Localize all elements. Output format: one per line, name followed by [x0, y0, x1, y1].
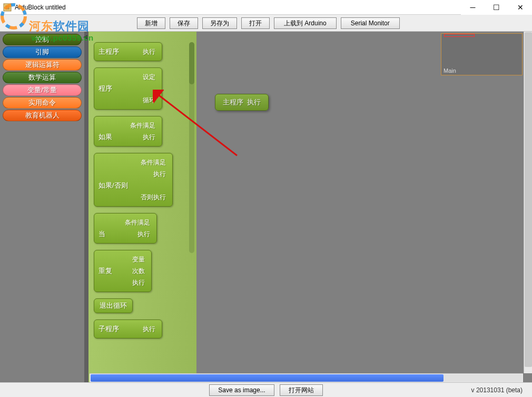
block-label: 重复 — [98, 266, 112, 276]
block-slot-label: 否则执行 — [141, 193, 168, 202]
canvas-vertical-scrollbar[interactable] — [524, 32, 532, 373]
version-label: v 20131031 (beta) — [471, 386, 523, 394]
main-area: 控制引脚逻辑运算符数学运算变量/常量实用命令教育机器人 主程序执行 设定 程序 … — [0, 32, 532, 382]
palette-scroll-thumb[interactable] — [189, 42, 194, 84]
minimap[interactable]: Main — [441, 33, 523, 75]
block-slot-label: 变量 — [132, 255, 147, 264]
status-bar: Save as image... 打开网站 v 20131031 (beta) — [0, 382, 532, 397]
category-button-0[interactable]: 控制 — [3, 34, 82, 45]
category-button-4[interactable]: 变量/常量 — [3, 84, 82, 96]
block-if[interactable]: 条件满足 如果执行 — [94, 116, 162, 147]
sidebar-divider[interactable] — [84, 32, 88, 382]
block-slot-label: 次数 — [132, 267, 147, 276]
minimap-label: Main — [444, 67, 456, 74]
block-slot-label: 执行 — [143, 47, 157, 56]
category-button-2[interactable]: 逻辑运算符 — [3, 59, 82, 71]
svg-line-4 — [157, 94, 237, 156]
open-button[interactable]: 打开 — [241, 17, 270, 29]
block-slot-label: 执行 — [137, 230, 152, 239]
category-sidebar: 控制引脚逻辑运算符数学运算变量/常量实用命令教育机器人 — [0, 32, 84, 382]
window-controls: ─ ☐ ✕ — [461, 0, 532, 15]
block-slot-label: 执行 — [143, 325, 157, 334]
canvas-horizontal-thumb[interactable] — [91, 374, 444, 382]
save-as-image-button[interactable]: Save as image... — [209, 384, 274, 396]
saveas-button[interactable]: 另存为 — [202, 17, 237, 29]
canvas-horizontal-scrollbar[interactable] — [90, 373, 523, 382]
minimize-button[interactable]: ─ — [461, 0, 485, 15]
block-main-program[interactable]: 主程序执行 — [94, 42, 162, 61]
block-slot-label: 条件满足 — [125, 218, 152, 227]
block-slot-label: 执行 — [153, 170, 168, 179]
block-program[interactable]: 设定 程序 循环 — [94, 67, 162, 110]
annotation-arrow-icon — [153, 90, 248, 163]
save-button[interactable]: 保存 — [170, 17, 198, 29]
minimap-viewport[interactable] — [444, 34, 475, 37]
block-slot-label: 执行 — [247, 98, 261, 106]
window-title: ArduBlock untitled — [15, 4, 66, 11]
block-label: 子程序 — [98, 324, 119, 334]
block-repeat[interactable]: 变量 重复次数 执行 — [94, 250, 152, 292]
block-slot-label: 设定 — [143, 73, 157, 82]
maximize-button[interactable]: ☐ — [485, 0, 508, 15]
canvas-vertical-thumb[interactable] — [525, 32, 532, 367]
block-label: 当 — [98, 229, 105, 239]
main-toolbar: 新增 保存 另存为 打开 上载到 Arduino Serial Monitor — [0, 15, 532, 32]
block-label: 退出循环 — [100, 302, 127, 309]
category-button-6[interactable]: 教育机器人 — [3, 110, 82, 121]
block-label: 如果 — [98, 132, 112, 142]
category-button-5[interactable]: 实用命令 — [3, 97, 82, 109]
block-label: 程序 — [98, 84, 112, 93]
category-button-3[interactable]: 数学运算 — [3, 72, 82, 83]
app-icon — [3, 3, 12, 12]
block-label: 如果/否则 — [98, 181, 128, 190]
block-break[interactable]: 退出循环 — [94, 298, 133, 313]
workspace-canvas[interactable]: 主程序 执行 — [196, 32, 532, 382]
block-slot-label: 执行 — [132, 278, 147, 287]
svg-rect-3 — [5, 5, 9, 9]
category-button-1[interactable]: 引脚 — [3, 46, 82, 58]
block-palette: 主程序执行 设定 程序 循环 条件满足 如果执行 条件满足 执行 如果/否则 否… — [88, 32, 196, 382]
block-subprogram[interactable]: 子程序执行 — [94, 319, 162, 338]
block-label: 主程序 — [98, 47, 119, 56]
open-website-button[interactable]: 打开网站 — [280, 384, 323, 396]
upload-arduino-button[interactable]: 上载到 Arduino — [274, 17, 337, 29]
window-titlebar: ArduBlock untitled ─ ☐ ✕ — [0, 0, 532, 15]
serial-monitor-button[interactable]: Serial Monitor — [341, 17, 400, 29]
close-button[interactable]: ✕ — [508, 0, 532, 15]
new-button[interactable]: 新增 — [137, 17, 165, 29]
block-while[interactable]: 条件满足 当执行 — [94, 213, 157, 244]
